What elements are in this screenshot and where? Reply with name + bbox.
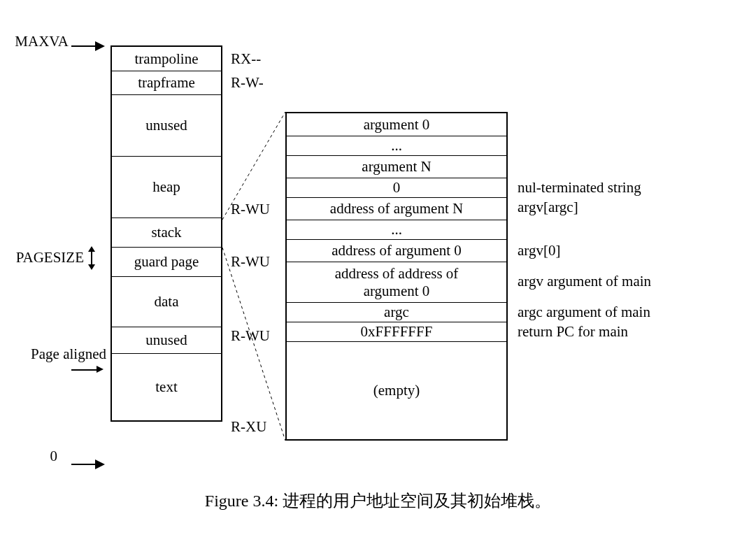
mem-trapframe: trapframe [112, 71, 221, 94]
mem-unused: unused [112, 94, 221, 156]
stack-arg0: argument 0 [287, 113, 506, 136]
mem-unused: unused [112, 327, 221, 353]
stack-detail-column: argument 0 ... argument N 0 address of a… [285, 112, 508, 441]
perm-stack: R-WU [231, 253, 270, 271]
perm-trapframe: R-W- [231, 74, 264, 92]
anno-argcmain: argc argument of main [518, 304, 650, 321]
mem-heap: heap [112, 156, 221, 217]
arrow-icon [97, 366, 104, 373]
perm-data: R-WU [231, 327, 270, 345]
perm-trampoline: RX-- [231, 50, 261, 68]
figure-3-4: MAXVA PAGESIZE Page aligned 0 trampoline… [14, 14, 742, 528]
anno-argvmain: argv argument of main [518, 273, 651, 290]
arrow-icon [95, 41, 105, 51]
stack-addr-of-addr: address of address of argument 0 [287, 262, 506, 302]
mem-stack: stack [112, 217, 221, 247]
anno-argv0: argv[0] [518, 242, 560, 259]
arrow-icon [95, 459, 105, 469]
stack-ellipsis: ... [287, 136, 506, 155]
perm-heap: R-WU [231, 201, 270, 218]
stack-ellipsis: ... [287, 220, 506, 239]
label-page-aligned: Page aligned [14, 345, 106, 363]
mem-guard-page: guard page [112, 247, 221, 276]
stack-addraddr-l1: address of address of [335, 265, 459, 283]
figure-caption: Figure 3.4: 进程的用户地址空间及其初始堆栈。 [14, 490, 742, 512]
mem-data: data [112, 276, 221, 327]
stack-addraddr-l2: argument 0 [364, 283, 430, 300]
label-maxva: MAXVA [14, 33, 69, 50]
label-pagesize: PAGESIZE [14, 249, 84, 266]
stack-argc: argc [287, 302, 506, 322]
stack-addr0: address of argument 0 [287, 239, 506, 262]
stack-retpc: 0xFFFFFFF [287, 322, 506, 341]
mem-trampoline: trampoline [112, 47, 221, 71]
address-space-column: trampoline trapframe unused heap stack g… [110, 45, 222, 422]
mem-text: text [112, 353, 221, 420]
anno-retpc: return PC for main [518, 323, 628, 341]
stack-argN: argument N [287, 155, 506, 178]
label-zero: 0 [14, 448, 57, 465]
perm-text: R-XU [231, 418, 266, 436]
stack-nul: 0 [287, 178, 506, 197]
anno-nulstr: nul-terminated string [518, 179, 641, 197]
stack-empty: (empty) [287, 341, 506, 439]
stack-addrN: address of argument N [287, 197, 506, 220]
anno-argvargc: argv[argc] [518, 199, 578, 216]
pagesize-arrow-icon [88, 246, 95, 270]
